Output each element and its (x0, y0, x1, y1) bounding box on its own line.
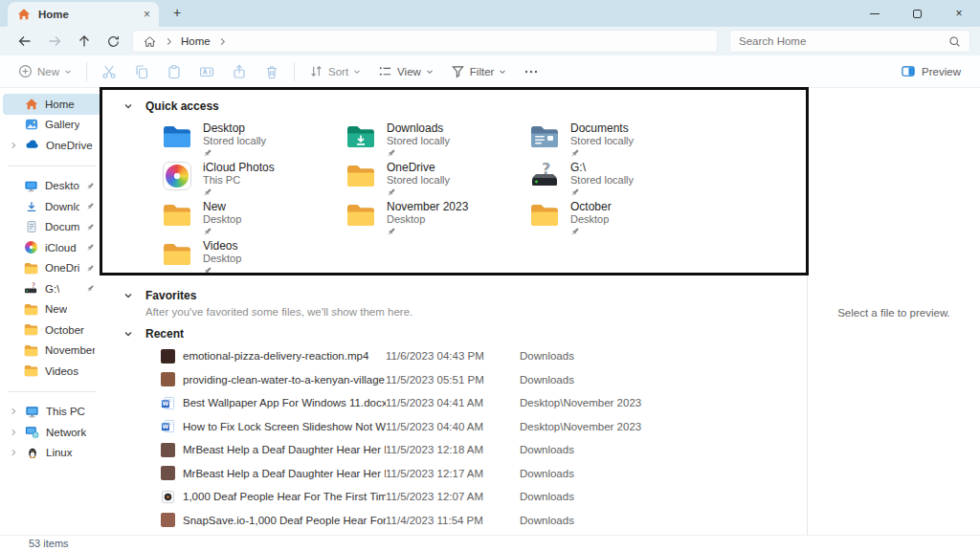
quick-access-item-november-2023[interactable]: November 2023 Desktop (345, 201, 528, 240)
file-row[interactable]: MrBeast Help a Deaf Daughter Hear Her Mo… (123, 462, 807, 486)
sidebar-item-october[interactable]: October (3, 320, 100, 341)
breadcrumb-chevron-icon[interactable] (219, 37, 226, 46)
sidebar-item-network[interactable]: Network (3, 422, 100, 443)
item-name: New (203, 201, 241, 213)
view-icon (378, 64, 392, 78)
search-icon[interactable] (948, 35, 961, 48)
file-row[interactable]: SnapSave.io-1,000 Deaf People Hear For T… (123, 509, 807, 533)
item-name: November 2023 (387, 201, 468, 213)
paste-button[interactable] (158, 58, 190, 85)
chevron-down-icon[interactable] (123, 101, 133, 111)
quick-access-item-videos[interactable]: Videos Desktop (161, 240, 345, 279)
cut-button[interactable] (93, 58, 125, 85)
new-tab-button[interactable]: + (173, 5, 181, 20)
view-button[interactable]: View (369, 58, 442, 85)
section-header-quick-access[interactable]: Quick access (123, 99, 807, 113)
sidebar-item-downloads[interactable]: Downloads (3, 196, 100, 217)
filter-button[interactable]: Filter (442, 58, 516, 85)
yellow-folder-icon (345, 201, 377, 230)
network-icon (25, 425, 39, 439)
chevron-down-icon[interactable] (123, 291, 133, 300)
chevron-right-icon[interactable] (10, 408, 17, 415)
minimize-button[interactable] (854, 0, 896, 27)
delete-button[interactable] (256, 58, 288, 85)
quick-access-item-onedrive[interactable]: OneDrive Stored locally (345, 162, 528, 201)
file-date: 11/5/2023 12:17 AM (386, 468, 520, 479)
sidebar-item-home[interactable]: Home (3, 94, 100, 115)
sort-button[interactable]: Sort (301, 58, 369, 85)
file-location: Desktop\November 2023 (520, 397, 641, 408)
preview-toggle-button[interactable]: Preview (891, 58, 970, 85)
file-date: 11/5/2023 04:40 AM (386, 421, 520, 432)
quick-access-item-downloads[interactable]: Downloads Stored locally (345, 122, 528, 162)
sidebar-item-onedrive-folder[interactable]: OneDrive (3, 258, 100, 279)
share-icon (232, 64, 247, 79)
sidebar-item-videos[interactable]: Videos (3, 361, 100, 382)
share-button[interactable] (223, 58, 256, 85)
pin-icon (86, 284, 95, 293)
address-bar[interactable]: Home (132, 30, 718, 53)
close-button[interactable]: × (938, 0, 980, 27)
rename-button[interactable] (190, 58, 223, 85)
filter-button-label: Filter (470, 66, 495, 77)
up-button[interactable] (69, 29, 99, 54)
item-name: Documents (570, 122, 634, 135)
chevron-right-icon[interactable] (10, 449, 17, 456)
section-header-favorites[interactable]: Favorites (123, 289, 807, 302)
item-sublabel: Desktop (387, 213, 468, 226)
quick-access-item-desktop[interactable]: Desktop Stored locally (161, 122, 345, 162)
quick-access-item-documents[interactable]: Documents Stored locally (528, 122, 712, 162)
file-name: providing-clean-water-to-a-kenyan-villag… (183, 374, 386, 386)
home-icon (24, 97, 38, 111)
yellow-folder-icon (161, 201, 193, 230)
breadcrumb-item-home[interactable]: Home (181, 35, 211, 47)
file-row[interactable]: MrBeast Help a Deaf Daughter Hear Her Mo… (123, 438, 807, 462)
chevron-down-icon[interactable] (123, 329, 133, 339)
sidebar-item-new[interactable]: New (3, 299, 100, 320)
chevron-down-icon (499, 68, 506, 76)
chevron-right-icon[interactable] (10, 142, 17, 149)
sidebar-item-november-2023[interactable]: November 2023 (3, 341, 100, 362)
section-title: Favorites (145, 289, 196, 302)
video-thumbnail-icon (161, 349, 175, 364)
sidebar-item-g-drive[interactable]: ? G:\ (3, 278, 100, 299)
sidebar-item-desktop[interactable]: Desktop (3, 176, 100, 197)
section-header-recent[interactable]: Recent (123, 327, 807, 341)
favorites-empty-message: After you've favorited some files, we'll… (145, 306, 807, 318)
file-row[interactable]: providing-clean-water-to-a-kenyan-villag… (123, 368, 807, 392)
sidebar-item-this-pc[interactable]: This PC (3, 402, 100, 423)
item-name: Downloads (387, 122, 450, 135)
search-input[interactable] (739, 35, 948, 47)
sidebar-item-linux[interactable]: Linux (3, 443, 100, 464)
file-row[interactable]: W How to Fix Lock Screen Slideshow Not W… (123, 415, 807, 439)
quick-access-item-icloud-photos[interactable]: iCloud Photos This PC (161, 162, 345, 201)
tab-close-icon[interactable]: × (144, 9, 150, 20)
sidebar-item-icloud-photos[interactable]: iCloud Photos (3, 237, 100, 258)
main-content: Quick access Desktop Stored locally (103, 88, 807, 535)
file-row[interactable]: W Best Wallpaper App For Windows 11.docx… (123, 391, 807, 415)
chevron-right-icon[interactable] (10, 429, 17, 436)
quick-access-item-october[interactable]: October Desktop (528, 201, 712, 240)
refresh-button[interactable] (99, 29, 128, 54)
forward-button[interactable] (39, 29, 69, 54)
rename-icon (199, 64, 214, 79)
sidebar-divider (8, 165, 96, 166)
copy-button[interactable] (125, 58, 158, 85)
tab-home[interactable]: Home × (8, 2, 159, 27)
file-row[interactable]: 1,000 Deaf People Hear For The First Tim… (123, 485, 807, 509)
maximize-button[interactable] (896, 0, 938, 27)
svg-text:?: ? (32, 281, 35, 290)
new-button[interactable]: New (10, 58, 80, 85)
pin-icon (86, 182, 95, 190)
sidebar-item-documents[interactable]: Documents (3, 217, 100, 238)
search-box[interactable] (729, 30, 970, 53)
back-button[interactable] (10, 29, 39, 54)
sidebar-item-onedrive-personal[interactable]: OneDrive - Persona (3, 135, 100, 156)
file-row[interactable]: emotional-pizza-delivery-reaction.mp4 11… (123, 344, 807, 368)
maximize-icon (913, 10, 922, 18)
quick-access-item-g-drive[interactable]: ? G:\ Stored locally (528, 162, 712, 201)
sidebar-item-gallery[interactable]: Gallery (3, 115, 100, 136)
quick-access-item-new[interactable]: New Desktop (161, 201, 345, 240)
icloud-photos-icon (161, 162, 193, 190)
more-options-button[interactable] (515, 58, 547, 85)
